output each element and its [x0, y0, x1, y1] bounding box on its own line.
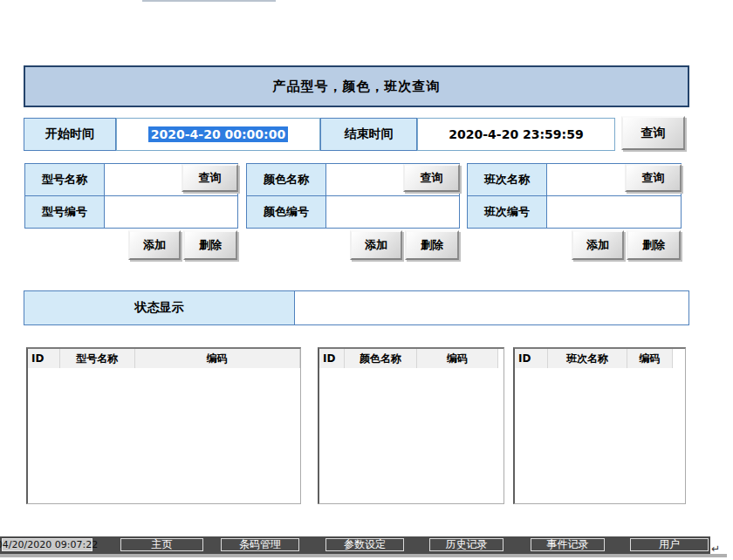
shift-table-col-code: 编码 [627, 349, 673, 368]
color-table-col-code: 编码 [417, 349, 498, 368]
top-edge-strip [142, 0, 276, 2]
bottom-nav-bar: 04/20/2020 09:07:22 主页 条码管理 参数设定 历史记录 事件… [0, 536, 710, 554]
shift-delete-button[interactable]: 删除 [627, 230, 681, 260]
shift-code-input[interactable] [546, 195, 682, 229]
nav-barcode-button[interactable]: 条码管理 [221, 538, 299, 551]
status-label: 状态显示 [24, 290, 295, 325]
model-add-button[interactable]: 添加 [128, 230, 181, 260]
page-title: 产品型号，颜色，班次查询 [24, 65, 689, 107]
color-delete-button[interactable]: 删除 [405, 230, 459, 260]
shift-table-col-id: ID [515, 349, 548, 368]
nav-params-button[interactable]: 参数设定 [325, 538, 404, 551]
color-table-col-name: 颜色名称 [345, 349, 417, 368]
model-delete-button[interactable]: 删除 [183, 230, 237, 260]
time-filter-row: 开始时间 2020-4-20 00:00:00 结束时间 2020-4-20 2… [24, 118, 615, 151]
model-table-col-name: 型号名称 [60, 349, 135, 368]
color-table-col-id: ID [319, 349, 345, 368]
color-query-button[interactable]: 查询 [403, 164, 460, 192]
shift-query-button[interactable]: 查询 [625, 164, 682, 192]
nav-home-button[interactable]: 主页 [120, 538, 203, 551]
model-code-label: 型号编号 [24, 195, 105, 229]
start-time-selected-text: 2020-4-20 00:00:00 [148, 126, 288, 142]
model-name-label: 型号名称 [24, 163, 105, 196]
hmi-query-screen: 产品型号，颜色，班次查询 开始时间 2020-4-20 00:00:00 结束时… [0, 0, 733, 560]
bottom-shadow-strip [0, 554, 727, 557]
color-code-input[interactable] [325, 195, 460, 229]
shift-table-header: ID 班次名称 编码 [515, 349, 685, 368]
model-table[interactable]: ID 型号名称 编码 [26, 347, 301, 504]
shift-table-col-name: 班次名称 [548, 349, 627, 368]
model-table-header: ID 型号名称 编码 [28, 349, 300, 368]
start-time-label: 开始时间 [24, 118, 116, 151]
paragraph-mark-icon: ↵ [711, 543, 720, 555]
color-table[interactable]: ID 颜色名称 编码 [318, 347, 504, 504]
model-table-col-id: ID [28, 349, 60, 368]
color-name-label: 颜色名称 [246, 163, 326, 196]
shift-code-label: 班次编号 [467, 195, 547, 229]
color-panel: 颜色名称 颜色编号 查询 添加 删除 [246, 163, 460, 261]
model-code-input[interactable] [104, 195, 238, 229]
shift-table[interactable]: ID 班次名称 编码 [513, 347, 686, 504]
color-code-label: 颜色编号 [246, 195, 326, 229]
color-table-header: ID 颜色名称 编码 [319, 349, 504, 368]
model-panel: 型号名称 型号编号 查询 添加 删除 [24, 163, 238, 261]
nav-user-button[interactable]: 用户 [630, 538, 709, 551]
shift-add-button[interactable]: 添加 [572, 230, 624, 260]
model-query-button[interactable]: 查询 [182, 164, 238, 192]
shift-panel: 班次名称 班次编号 查询 添加 删除 [467, 163, 682, 261]
model-table-col-code: 编码 [135, 349, 300, 368]
status-value [294, 290, 689, 325]
shift-name-label: 班次名称 [467, 163, 547, 196]
end-time-label: 结束时间 [320, 118, 417, 151]
time-query-button[interactable]: 查询 [621, 116, 685, 150]
color-add-button[interactable]: 添加 [350, 230, 402, 260]
clock-display: 04/20/2020 09:07:22 [2, 538, 92, 551]
end-time-input[interactable]: 2020-4-20 23:59:59 [417, 118, 615, 151]
nav-history-button[interactable]: 历史记录 [429, 538, 504, 551]
start-time-input[interactable]: 2020-4-20 00:00:00 [116, 118, 320, 151]
nav-events-button[interactable]: 事件记录 [531, 538, 605, 551]
